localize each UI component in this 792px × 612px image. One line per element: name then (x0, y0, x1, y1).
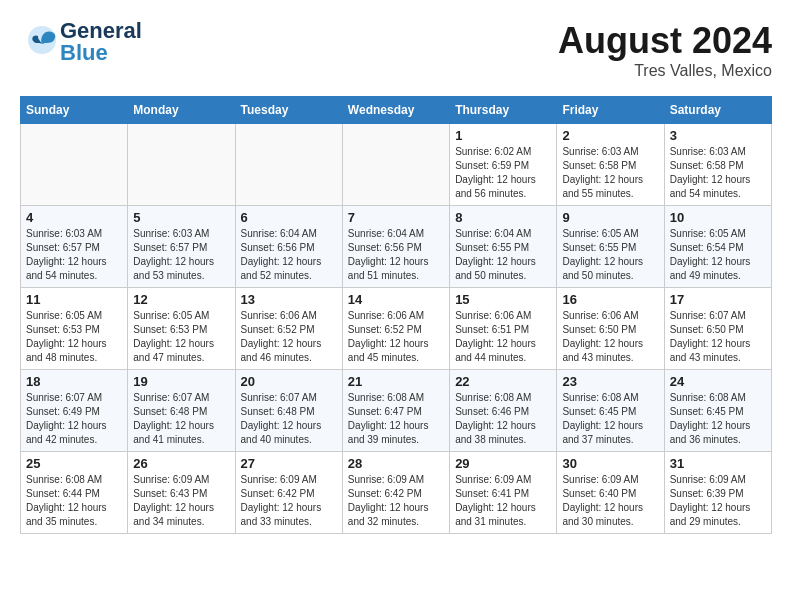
day-number: 25 (26, 456, 122, 471)
sun-info: Sunrise: 6:09 AMSunset: 6:39 PMDaylight:… (670, 473, 766, 529)
sun-info: Sunrise: 6:03 AMSunset: 6:58 PMDaylight:… (562, 145, 658, 201)
calendar-cell: 26Sunrise: 6:09 AMSunset: 6:43 PMDayligh… (128, 452, 235, 534)
week-row-1: 1Sunrise: 6:02 AMSunset: 6:59 PMDaylight… (21, 124, 772, 206)
logo-text: General Blue (60, 20, 142, 64)
day-number: 14 (348, 292, 444, 307)
day-header-thursday: Thursday (450, 97, 557, 124)
calendar-header: SundayMondayTuesdayWednesdayThursdayFrid… (21, 97, 772, 124)
sun-info: Sunrise: 6:09 AMSunset: 6:42 PMDaylight:… (241, 473, 337, 529)
day-header-friday: Friday (557, 97, 664, 124)
week-row-2: 4Sunrise: 6:03 AMSunset: 6:57 PMDaylight… (21, 206, 772, 288)
calendar-cell: 11Sunrise: 6:05 AMSunset: 6:53 PMDayligh… (21, 288, 128, 370)
sun-info: Sunrise: 6:03 AMSunset: 6:58 PMDaylight:… (670, 145, 766, 201)
sun-info: Sunrise: 6:08 AMSunset: 6:47 PMDaylight:… (348, 391, 444, 447)
month-year: August 2024 (558, 20, 772, 62)
day-number: 12 (133, 292, 229, 307)
calendar-cell: 29Sunrise: 6:09 AMSunset: 6:41 PMDayligh… (450, 452, 557, 534)
sun-info: Sunrise: 6:09 AMSunset: 6:43 PMDaylight:… (133, 473, 229, 529)
day-number: 9 (562, 210, 658, 225)
day-number: 18 (26, 374, 122, 389)
day-number: 20 (241, 374, 337, 389)
calendar-cell: 13Sunrise: 6:06 AMSunset: 6:52 PMDayligh… (235, 288, 342, 370)
day-number: 24 (670, 374, 766, 389)
calendar-cell: 14Sunrise: 6:06 AMSunset: 6:52 PMDayligh… (342, 288, 449, 370)
day-number: 1 (455, 128, 551, 143)
sun-info: Sunrise: 6:04 AMSunset: 6:55 PMDaylight:… (455, 227, 551, 283)
day-number: 8 (455, 210, 551, 225)
calendar-cell: 20Sunrise: 6:07 AMSunset: 6:48 PMDayligh… (235, 370, 342, 452)
calendar-cell: 27Sunrise: 6:09 AMSunset: 6:42 PMDayligh… (235, 452, 342, 534)
day-number: 23 (562, 374, 658, 389)
sun-info: Sunrise: 6:07 AMSunset: 6:49 PMDaylight:… (26, 391, 122, 447)
sun-info: Sunrise: 6:06 AMSunset: 6:52 PMDaylight:… (241, 309, 337, 365)
logo: General Blue (20, 20, 142, 64)
sun-info: Sunrise: 6:08 AMSunset: 6:44 PMDaylight:… (26, 473, 122, 529)
sun-info: Sunrise: 6:02 AMSunset: 6:59 PMDaylight:… (455, 145, 551, 201)
calendar-cell: 15Sunrise: 6:06 AMSunset: 6:51 PMDayligh… (450, 288, 557, 370)
day-number: 13 (241, 292, 337, 307)
day-number: 31 (670, 456, 766, 471)
day-number: 3 (670, 128, 766, 143)
location: Tres Valles, Mexico (558, 62, 772, 80)
calendar-cell (21, 124, 128, 206)
calendar-cell: 31Sunrise: 6:09 AMSunset: 6:39 PMDayligh… (664, 452, 771, 534)
day-number: 2 (562, 128, 658, 143)
day-number: 7 (348, 210, 444, 225)
calendar-cell: 4Sunrise: 6:03 AMSunset: 6:57 PMDaylight… (21, 206, 128, 288)
calendar-cell (128, 124, 235, 206)
sun-info: Sunrise: 6:07 AMSunset: 6:50 PMDaylight:… (670, 309, 766, 365)
header: General Blue August 2024 Tres Valles, Me… (20, 20, 772, 80)
week-row-4: 18Sunrise: 6:07 AMSunset: 6:49 PMDayligh… (21, 370, 772, 452)
day-header-wednesday: Wednesday (342, 97, 449, 124)
calendar-cell (235, 124, 342, 206)
day-number: 21 (348, 374, 444, 389)
calendar-cell: 10Sunrise: 6:05 AMSunset: 6:54 PMDayligh… (664, 206, 771, 288)
logo-icon (24, 22, 60, 58)
calendar-cell: 7Sunrise: 6:04 AMSunset: 6:56 PMDaylight… (342, 206, 449, 288)
day-number: 6 (241, 210, 337, 225)
sun-info: Sunrise: 6:05 AMSunset: 6:55 PMDaylight:… (562, 227, 658, 283)
sun-info: Sunrise: 6:05 AMSunset: 6:54 PMDaylight:… (670, 227, 766, 283)
calendar-cell: 3Sunrise: 6:03 AMSunset: 6:58 PMDaylight… (664, 124, 771, 206)
sun-info: Sunrise: 6:08 AMSunset: 6:46 PMDaylight:… (455, 391, 551, 447)
calendar-cell: 6Sunrise: 6:04 AMSunset: 6:56 PMDaylight… (235, 206, 342, 288)
sun-info: Sunrise: 6:07 AMSunset: 6:48 PMDaylight:… (133, 391, 229, 447)
day-number: 15 (455, 292, 551, 307)
calendar-cell: 25Sunrise: 6:08 AMSunset: 6:44 PMDayligh… (21, 452, 128, 534)
day-number: 10 (670, 210, 766, 225)
calendar-cell: 19Sunrise: 6:07 AMSunset: 6:48 PMDayligh… (128, 370, 235, 452)
sun-info: Sunrise: 6:09 AMSunset: 6:42 PMDaylight:… (348, 473, 444, 529)
day-number: 5 (133, 210, 229, 225)
sun-info: Sunrise: 6:06 AMSunset: 6:52 PMDaylight:… (348, 309, 444, 365)
sun-info: Sunrise: 6:09 AMSunset: 6:40 PMDaylight:… (562, 473, 658, 529)
logo-blue: Blue (60, 40, 108, 65)
sun-info: Sunrise: 6:05 AMSunset: 6:53 PMDaylight:… (133, 309, 229, 365)
calendar-cell: 30Sunrise: 6:09 AMSunset: 6:40 PMDayligh… (557, 452, 664, 534)
calendar-cell: 1Sunrise: 6:02 AMSunset: 6:59 PMDaylight… (450, 124, 557, 206)
calendar-cell: 2Sunrise: 6:03 AMSunset: 6:58 PMDaylight… (557, 124, 664, 206)
sun-info: Sunrise: 6:04 AMSunset: 6:56 PMDaylight:… (348, 227, 444, 283)
day-header-tuesday: Tuesday (235, 97, 342, 124)
header-row: SundayMondayTuesdayWednesdayThursdayFrid… (21, 97, 772, 124)
sun-info: Sunrise: 6:05 AMSunset: 6:53 PMDaylight:… (26, 309, 122, 365)
calendar-cell: 8Sunrise: 6:04 AMSunset: 6:55 PMDaylight… (450, 206, 557, 288)
sun-info: Sunrise: 6:04 AMSunset: 6:56 PMDaylight:… (241, 227, 337, 283)
calendar-cell: 22Sunrise: 6:08 AMSunset: 6:46 PMDayligh… (450, 370, 557, 452)
calendar-cell: 16Sunrise: 6:06 AMSunset: 6:50 PMDayligh… (557, 288, 664, 370)
day-header-saturday: Saturday (664, 97, 771, 124)
day-number: 19 (133, 374, 229, 389)
day-number: 22 (455, 374, 551, 389)
sun-info: Sunrise: 6:03 AMSunset: 6:57 PMDaylight:… (133, 227, 229, 283)
day-number: 17 (670, 292, 766, 307)
sun-info: Sunrise: 6:07 AMSunset: 6:48 PMDaylight:… (241, 391, 337, 447)
sun-info: Sunrise: 6:09 AMSunset: 6:41 PMDaylight:… (455, 473, 551, 529)
calendar-table: SundayMondayTuesdayWednesdayThursdayFrid… (20, 96, 772, 534)
week-row-5: 25Sunrise: 6:08 AMSunset: 6:44 PMDayligh… (21, 452, 772, 534)
week-row-3: 11Sunrise: 6:05 AMSunset: 6:53 PMDayligh… (21, 288, 772, 370)
calendar-cell: 5Sunrise: 6:03 AMSunset: 6:57 PMDaylight… (128, 206, 235, 288)
sun-info: Sunrise: 6:08 AMSunset: 6:45 PMDaylight:… (670, 391, 766, 447)
day-number: 27 (241, 456, 337, 471)
calendar-cell: 17Sunrise: 6:07 AMSunset: 6:50 PMDayligh… (664, 288, 771, 370)
calendar-cell (342, 124, 449, 206)
sun-info: Sunrise: 6:03 AMSunset: 6:57 PMDaylight:… (26, 227, 122, 283)
